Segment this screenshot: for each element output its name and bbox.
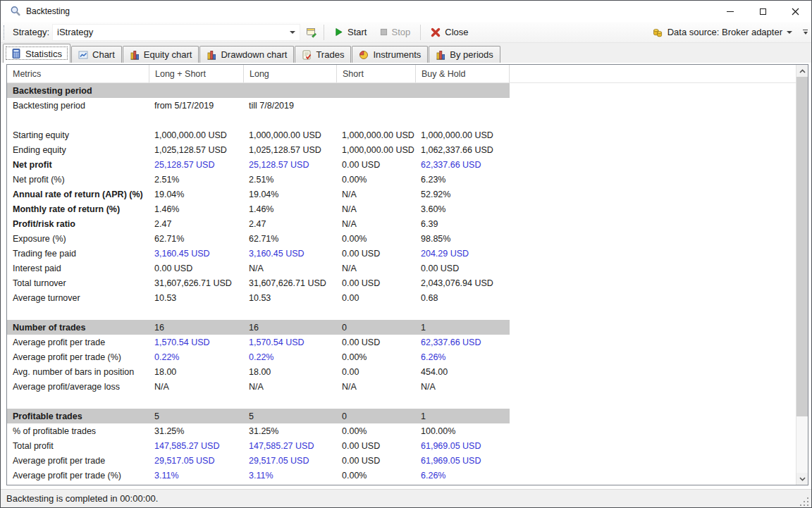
datasource-selector[interactable]: Data source: Broker adapter (648, 24, 801, 41)
table-row[interactable]: Starting equity1,000,000.00 USD1,000,000… (7, 128, 510, 142)
scroll-down-button[interactable] (796, 473, 808, 485)
table-row[interactable]: Average profit per trade29,517.05 USD29,… (7, 453, 510, 468)
metric-cell: Net profit (%) (7, 175, 149, 185)
value-cell: 0.00 (337, 293, 416, 303)
value-cell: 3.11% (244, 471, 337, 481)
chevron-up-icon (799, 69, 806, 73)
section-row[interactable]: Profitable trades5501 (7, 409, 510, 423)
toolbar-overflow-button[interactable] (801, 24, 810, 41)
calculator-icon (11, 49, 21, 58)
value-cell: 62,337.66 USD (416, 337, 510, 347)
value-cell: 1.46% (149, 204, 244, 214)
minimize-icon (727, 11, 734, 12)
table-row[interactable]: Profit/risk ratio2.472.47N/A6.39 (7, 216, 510, 231)
spacer-row[interactable] (7, 305, 510, 320)
tab-label: By periods (450, 49, 493, 60)
start-button[interactable]: Start (328, 24, 373, 41)
title-bar[interactable]: Backtesting (1, 1, 811, 22)
value-cell: N/A (337, 190, 416, 199)
column-header[interactable]: Buy & Hold (416, 65, 510, 82)
tab-instruments[interactable]: Instruments (352, 46, 428, 63)
close-button[interactable]: Close (424, 24, 474, 41)
value-cell: 1,000,000.00 USD (244, 130, 337, 140)
properties-icon (306, 27, 317, 38)
spacer-row[interactable] (7, 394, 510, 409)
table-row[interactable]: Total profit147,585.27 USD147,585.27 USD… (7, 438, 510, 453)
tab-statistics[interactable]: Statistics (3, 44, 70, 63)
section-row[interactable]: Number of trades161601 (7, 320, 510, 335)
notes-icon (302, 50, 312, 60)
table-row[interactable]: Avg. number of bars in position18.0018.0… (7, 364, 510, 379)
toolbar-separator (420, 25, 421, 40)
table-row[interactable]: Net profit25,128.57 USD25,128.57 USD0.00… (7, 157, 510, 172)
tab-label: Chart (92, 49, 115, 60)
stop-icon (380, 28, 388, 36)
close-window-button[interactable] (779, 1, 811, 22)
value-cell: N/A (149, 382, 244, 392)
table-row[interactable]: Annual rate of return (APR) (%)19.04%19.… (7, 187, 510, 202)
resize-grip[interactable] (800, 497, 810, 507)
stop-button[interactable]: Stop (374, 24, 417, 41)
bar-chart-icon (207, 50, 216, 60)
tab-bar: StatisticsChartEquity chartDrawdown char… (1, 43, 811, 63)
table-row[interactable]: Average profit per trade (%)3.11%3.11%0.… (7, 468, 510, 483)
value-cell: 0.00 USD (149, 264, 244, 273)
value-cell: 1,025,128.57 USD (149, 145, 244, 155)
column-header[interactable]: Metrics (7, 65, 149, 82)
table-row[interactable]: Ending equity1,025,128.57 USD1,025,128.5… (7, 142, 510, 157)
table-row[interactable]: Interest paid0.00 USDN/AN/A0.00 USD (7, 261, 510, 275)
metric-cell: Average profit per trade (%) (7, 352, 149, 362)
strategy-properties-button[interactable] (303, 24, 320, 41)
table-row[interactable]: Monthly rate of return (%)1.46%1.46%N/A3… (7, 202, 510, 216)
value-cell: 0.00% (337, 426, 416, 436)
tab-trades[interactable]: Trades (295, 46, 351, 63)
strategy-combobox[interactable]: iStrategy (52, 24, 300, 41)
value-cell: 6.39 (416, 219, 510, 229)
datasource-label: Data source: Broker adapter (668, 27, 782, 37)
start-label: Start (347, 27, 367, 37)
value-cell: 6.26% (416, 471, 510, 481)
minimize-button[interactable] (714, 1, 746, 22)
value-cell: 454.00 (416, 367, 510, 377)
tab-chart[interactable]: Chart (71, 46, 122, 63)
table-row[interactable]: Average profit/average lossN/AN/AN/AN/A (7, 379, 510, 394)
tab-by-periods[interactable]: By periods (429, 46, 500, 63)
metric-cell: Ending equity (7, 145, 149, 155)
section-row[interactable]: Backtesting period (7, 83, 510, 98)
column-header[interactable]: Long (244, 65, 337, 82)
table-row[interactable]: Trading fee paid3,160.45 USD3,160.45 USD… (7, 246, 510, 261)
bar-chart-icon (130, 50, 140, 60)
tab-equity-chart[interactable]: Equity chart (123, 46, 199, 63)
metric-cell: Exposure (%) (7, 234, 149, 244)
table-row[interactable]: Average profit per trade1,570.54 USD1,57… (7, 335, 510, 349)
spacer-row[interactable] (7, 113, 510, 128)
metric-cell: Average profit per trade (%) (7, 471, 149, 481)
close-icon (792, 8, 799, 16)
column-header[interactable]: Short (337, 65, 416, 82)
scrollbar-thumb[interactable] (796, 77, 808, 416)
window-controls (714, 1, 811, 22)
value-cell: 0 (337, 411, 416, 421)
table-row[interactable]: Average turnover10.5310.530.000.68 (7, 290, 510, 305)
table-row[interactable]: Net profit (%)2.51%2.51%0.00%6.23% (7, 172, 510, 187)
column-header[interactable]: Long + Short (149, 65, 244, 82)
vertical-scrollbar[interactable] (796, 65, 808, 485)
maximize-button[interactable] (746, 1, 779, 22)
table-row[interactable]: Exposure (%)62.71%62.71%0.00%98.85% (7, 231, 510, 246)
value-cell: 31,607,626.71 USD (244, 278, 337, 288)
value-cell: 18.00 (149, 367, 244, 377)
metric-cell: Backtesting period (7, 101, 149, 111)
toolbar-grip[interactable] (4, 25, 4, 39)
value-cell: 1,570.54 USD (149, 337, 244, 347)
metric-cell: Net profit (7, 160, 149, 170)
table-row[interactable]: % of profitable trades31.25%31.25%0.00%1… (7, 423, 510, 438)
status-bar: Backtesting is completed in 00:00:00. (1, 489, 811, 507)
scroll-up-button[interactable] (796, 65, 808, 77)
table-row[interactable]: Total turnover31,607,626.71 USD31,607,62… (7, 275, 510, 290)
value-cell: 0.00% (337, 471, 416, 481)
tab-drawdown-chart[interactable]: Drawdown chart (199, 46, 294, 63)
table-row[interactable]: Average profit per trade (%)0.22%0.22%0.… (7, 349, 510, 364)
chevron-down-icon (290, 31, 295, 34)
table-row[interactable]: Backtesting periodfrom 5/17/2019till 7/8… (7, 98, 510, 113)
maximize-icon (760, 8, 766, 15)
